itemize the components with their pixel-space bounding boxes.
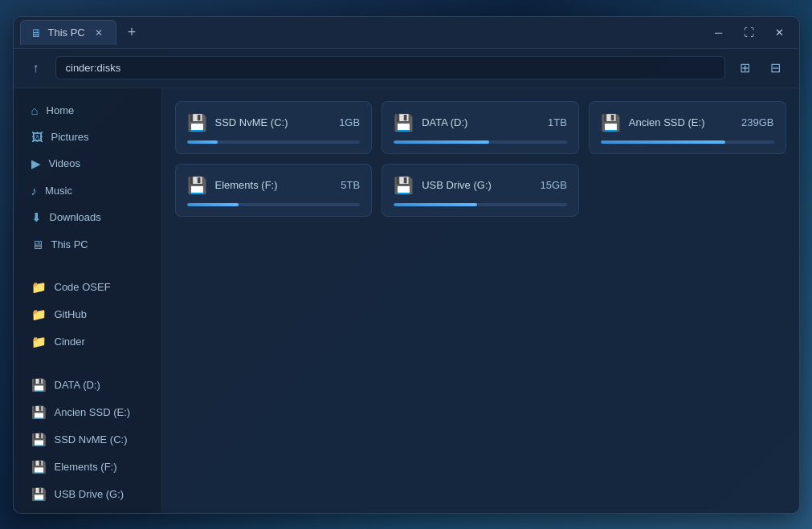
sidebar-item-videos-label: Videos bbox=[49, 157, 81, 169]
drive-card-name: Elements (F:) bbox=[215, 179, 333, 191]
drive-progress-fill bbox=[394, 203, 477, 206]
drive-card-icon: 💾 bbox=[601, 113, 621, 132]
drive-card-size: 15GB bbox=[541, 179, 567, 191]
drive-card-size: 1GB bbox=[339, 116, 360, 128]
sidebar-item-usb-label: USB Drive (G:) bbox=[55, 488, 124, 500]
sidebar-item-this-pc[interactable]: 🖥 This PC bbox=[18, 232, 157, 257]
drive-card-header: 💾 Ancien SSD (E:) 239GB bbox=[601, 113, 774, 132]
drive-icon-5: 💾 bbox=[31, 487, 47, 502]
sidebar-item-data-d-label: DATA (D:) bbox=[55, 379, 100, 391]
content-area: 💾 SSD NvME (C:) 1GB 💾 DATA (D:) 1TB 💾 An… bbox=[162, 88, 799, 513]
toolbar: ↑ cinder:disks ⊞ ⊟ bbox=[14, 49, 799, 88]
maximize-button[interactable]: ⛶ bbox=[737, 21, 762, 43]
drive-card-icon: 💾 bbox=[187, 176, 207, 195]
add-tab-button[interactable]: + bbox=[121, 22, 143, 43]
music-icon: ♪ bbox=[31, 184, 38, 197]
folder-icon-3: 📁 bbox=[31, 335, 47, 349]
drive-card-ssd-nvme-c[interactable]: 💾 SSD NvME (C:) 1GB bbox=[175, 101, 373, 154]
active-tab[interactable]: 🖥 This PC ✕ bbox=[20, 20, 116, 45]
drive-progress-fill bbox=[394, 140, 489, 144]
drive-progress-track bbox=[601, 140, 774, 144]
main-layout: ⌂ Home 🖼 Pictures ▶ Videos ♪ Music ⬇ Dow… bbox=[14, 88, 799, 513]
sidebar-item-home[interactable]: ⌂ Home bbox=[18, 98, 157, 123]
view-toggle: ⊞ ⊟ bbox=[732, 55, 790, 81]
sidebar-item-pictures-label: Pictures bbox=[51, 131, 89, 143]
drive-card-header: 💾 Elements (F:) 5TB bbox=[187, 176, 361, 195]
drive-progress-fill bbox=[187, 203, 239, 206]
sidebar-item-home-label: Home bbox=[47, 104, 75, 116]
tab-label: This PC bbox=[48, 26, 85, 39]
drives-grid: 💾 SSD NvME (C:) 1GB 💾 DATA (D:) 1TB 💾 An… bbox=[175, 101, 786, 217]
this-pc-icon: 🖥 bbox=[31, 238, 43, 251]
sidebar-item-downloads[interactable]: ⬇ Downloads bbox=[18, 205, 157, 230]
sidebar-item-ssd-nvme-label: SSD NvME (C:) bbox=[55, 433, 128, 446]
sidebar-item-data-d[interactable]: 💾 DATA (D:) bbox=[18, 372, 157, 398]
drive-card-header: 💾 SSD NvME (C:) 1GB bbox=[187, 113, 361, 132]
sidebar-item-github-label: GitHub bbox=[55, 308, 87, 320]
drive-card-elements-f[interactable]: 💾 Elements (F:) 5TB bbox=[175, 164, 373, 217]
drive-card-data-d[interactable]: 💾 DATA (D:) 1TB bbox=[382, 101, 579, 154]
pictures-icon: 🖼 bbox=[31, 130, 43, 144]
minimize-button[interactable]: ─ bbox=[706, 21, 732, 43]
tab-pc-icon: 🖥 bbox=[31, 26, 42, 39]
sidebar-item-cinder[interactable]: 📁 Cinder bbox=[18, 329, 157, 355]
drive-icon-4: 💾 bbox=[31, 460, 47, 474]
drive-card-size: 1TB bbox=[548, 116, 567, 128]
sidebar-item-videos[interactable]: ▶ Videos bbox=[18, 151, 157, 177]
videos-icon: ▶ bbox=[31, 157, 41, 171]
drive-icon-3: 💾 bbox=[31, 433, 47, 447]
window-controls: ─ ⛶ ✕ bbox=[706, 21, 793, 43]
downloads-icon: ⬇ bbox=[31, 210, 42, 225]
sidebar-item-code-osef-label: Code OSEF bbox=[55, 281, 111, 293]
drive-icon-2: 💾 bbox=[31, 405, 47, 420]
drive-card-size: 239GB bbox=[741, 116, 773, 128]
drive-card-name: Ancien SSD (E:) bbox=[629, 116, 733, 128]
sidebar-item-ssd-nvme-c[interactable]: 💾 SSD NvME (C:) bbox=[18, 427, 157, 453]
list-view-button[interactable]: ⊟ bbox=[762, 55, 790, 81]
title-bar: 🖥 This PC ✕ + ─ ⛶ ✕ bbox=[14, 17, 799, 49]
drive-card-icon: 💾 bbox=[187, 113, 207, 132]
drive-progress-track bbox=[187, 203, 361, 206]
drive-progress-track bbox=[394, 203, 567, 206]
drive-card-name: SSD NvME (C:) bbox=[215, 116, 332, 128]
file-explorer-window: 🖥 This PC ✕ + ─ ⛶ ✕ ↑ cinder:disks ⊞ ⊟ ⌂… bbox=[13, 16, 800, 514]
drive-progress-track bbox=[394, 140, 567, 144]
drive-card-icon: 💾 bbox=[394, 176, 414, 195]
tab-close-button[interactable]: ✕ bbox=[92, 26, 106, 40]
sidebar-item-github[interactable]: 📁 GitHub bbox=[18, 302, 157, 328]
sidebar-item-downloads-label: Downloads bbox=[50, 211, 101, 223]
home-icon: ⌂ bbox=[31, 104, 39, 117]
sidebar-item-ancien-ssd-e[interactable]: 💾 Ancien SSD (E:) bbox=[18, 400, 157, 425]
drive-card-ancien-ssd-e[interactable]: 💾 Ancien SSD (E:) 239GB bbox=[589, 101, 786, 154]
sidebar-item-pictures[interactable]: 🖼 Pictures bbox=[18, 124, 157, 149]
drive-progress-track bbox=[187, 140, 361, 144]
drive-card-usb-drive-g[interactable]: 💾 USB Drive (G:) 15GB bbox=[382, 164, 579, 217]
sidebar-item-this-pc-label: This PC bbox=[51, 238, 88, 250]
navigate-up-button[interactable]: ↑ bbox=[23, 55, 49, 81]
drive-card-header: 💾 DATA (D:) 1TB bbox=[394, 113, 567, 132]
sidebar-item-usb-drive-g[interactable]: 💾 USB Drive (G:) bbox=[18, 482, 157, 507]
drive-icon-1: 💾 bbox=[31, 378, 47, 393]
close-button[interactable]: ✕ bbox=[767, 21, 793, 43]
address-bar[interactable]: cinder:disks bbox=[55, 56, 725, 79]
drive-card-size: 5TB bbox=[341, 179, 360, 191]
folder-icon-1: 📁 bbox=[31, 280, 47, 295]
drive-progress-fill bbox=[187, 140, 218, 144]
sidebar-item-elements-label: Elements (F:) bbox=[55, 461, 117, 473]
sidebar-item-code-osef[interactable]: 📁 Code OSEF bbox=[18, 275, 157, 300]
drive-card-name: USB Drive (G:) bbox=[422, 179, 532, 191]
folder-icon-2: 📁 bbox=[31, 307, 47, 322]
sidebar-item-elements-f[interactable]: 💾 Elements (F:) bbox=[18, 454, 157, 480]
sidebar-item-music-label: Music bbox=[45, 185, 72, 197]
drive-card-icon: 💾 bbox=[394, 113, 414, 132]
drive-card-name: DATA (D:) bbox=[422, 116, 540, 128]
grid-view-button[interactable]: ⊞ bbox=[732, 55, 759, 81]
drive-card-header: 💾 USB Drive (G:) 15GB bbox=[394, 176, 567, 195]
sidebar: ⌂ Home 🖼 Pictures ▶ Videos ♪ Music ⬇ Dow… bbox=[14, 88, 162, 513]
sidebar-item-cinder-label: Cinder bbox=[55, 336, 85, 348]
sidebar-item-ancien-ssd-label: Ancien SSD (E:) bbox=[55, 406, 131, 418]
drive-progress-fill bbox=[601, 140, 725, 144]
sidebar-item-music[interactable]: ♪ Music bbox=[18, 178, 157, 203]
